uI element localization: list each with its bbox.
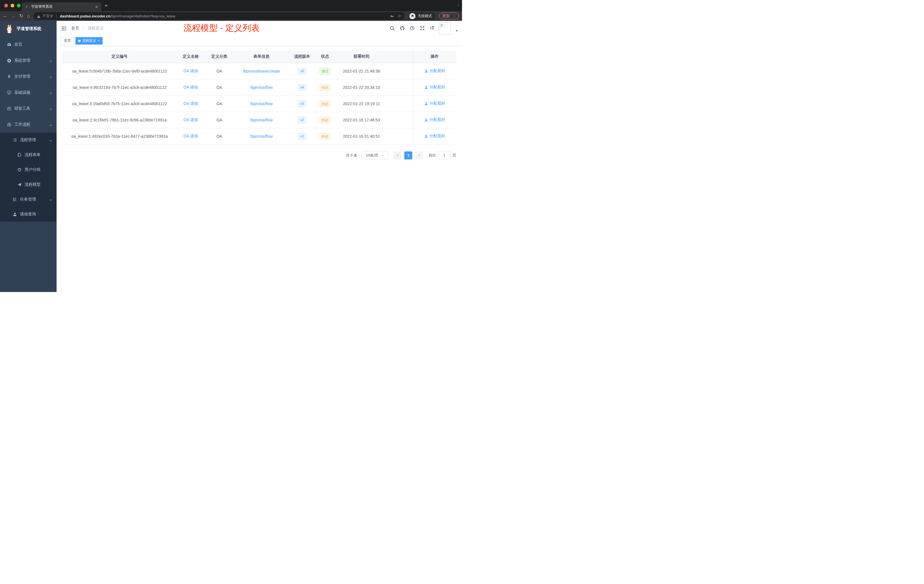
definition-id-cell: oa_leave:3:1fad3d93-7b75-11ec-a3c8-acde4… [62, 96, 177, 112]
form-info-link[interactable]: /bpm/oa/leave/create [243, 69, 280, 73]
definition-category-cell: OA [204, 128, 234, 144]
sidebar-item-label: 首页 [14, 42, 22, 47]
definition-name-link[interactable]: OA 请假 [183, 117, 198, 122]
user-icon [424, 118, 428, 122]
forward-icon[interactable]: → [11, 14, 16, 18]
back-icon[interactable]: ← [3, 14, 7, 18]
sidebar-item-infrastructure[interactable]: 基础设施 [0, 84, 56, 101]
sidebar-item-home[interactable]: 首页 [0, 36, 56, 53]
sidebar-item-devtools[interactable]: 研发工具 [0, 101, 56, 117]
form-info-cell: /bpm/oa/flow [234, 112, 289, 128]
definition-name-link[interactable]: OA 请假 [183, 101, 198, 106]
sidebar: 芋道管理系统 首页系统管理支付管理基础设施研发工具工作流程流程管理流程表单用户分… [0, 21, 56, 292]
deployed-at-cell: 2022-01-16 17:46:53 [334, 112, 389, 128]
chevron-up-icon [49, 139, 52, 142]
page-size-select[interactable]: 10条/页 [361, 152, 388, 159]
paper-plane-icon [17, 182, 22, 187]
chevron-down-icon [49, 59, 52, 62]
definition-name-link[interactable]: OA 请假 [183, 85, 198, 89]
navbar-actions: TT ▾ [390, 22, 457, 34]
tree-icon [12, 197, 17, 202]
breadcrumb-current: 流程定义 [88, 26, 104, 30]
chevron-right-icon [418, 154, 421, 157]
window-caret-icon[interactable]: ⌄ [457, 3, 460, 7]
tag-home[interactable]: 首页 [61, 37, 74, 45]
definition-id-cell: oa_leave:5:004b710b-7b8a-11ec-8ef0-acde4… [62, 63, 177, 79]
bookmark-star-icon[interactable]: ☆ [398, 13, 401, 18]
home-icon[interactable]: ⌂ [27, 14, 30, 18]
user-avatar[interactable] [439, 22, 451, 34]
sidebar-item-process-form[interactable]: 流程表单 [0, 147, 56, 162]
assign-rule-link[interactable]: 分配规则 [424, 134, 445, 139]
status-badge: 挂起 [319, 117, 331, 124]
sidebar-collapse-icon[interactable] [61, 26, 66, 31]
help-icon[interactable] [410, 26, 415, 31]
chevron-down-icon [49, 91, 52, 94]
address-bar[interactable]: 不安全 dashboard.yudao.iocoder.cn/bpm/manag… [33, 12, 405, 20]
sidebar-item-label: 基础设施 [14, 90, 30, 95]
assign-rule-link[interactable]: 分配规则 [424, 84, 445, 90]
search-icon[interactable] [390, 26, 395, 31]
sidebar-item-label: 流程管理 [20, 137, 36, 143]
definition-name-link[interactable]: OA 请假 [183, 134, 198, 138]
assign-rule-link[interactable]: 分配规则 [424, 117, 445, 122]
action-cell: 分配规则 [413, 112, 456, 128]
user-icon [424, 102, 428, 106]
page-title-annotation: 流程模型 - 定义列表 [183, 22, 260, 34]
tag-close-icon[interactable]: × [98, 39, 100, 43]
form-info-link[interactable]: /bpm/oa/flow [250, 118, 272, 122]
maximize-window-button[interactable] [17, 4, 21, 7]
sidebar-item-process-manage[interactable]: 流程管理 [0, 133, 56, 147]
form-info-link[interactable]: /bpm/oa/flow [250, 85, 272, 90]
definition-id-cell: oa_leave:2:3c1f0ef1-76b1-11ec-9c66-a2380… [62, 112, 177, 128]
sidebar-item-leave-query[interactable]: 请假查询 [0, 207, 56, 222]
action-cell: 分配规则 [413, 96, 456, 112]
github-icon[interactable] [400, 26, 405, 31]
new-tab-button[interactable]: + [105, 3, 108, 9]
browser-update-button[interactable]: 更新 ⋮ [439, 13, 459, 20]
goto-page-input[interactable] [438, 152, 450, 159]
definition-name-link[interactable]: OA 请假 [183, 69, 198, 73]
page-number-1[interactable]: 1 [404, 152, 412, 159]
browser-tab[interactable]: 芋道管理系统 × [21, 2, 101, 11]
list-icon [12, 138, 17, 143]
chevron-left-icon [396, 154, 399, 157]
version-badge: v5 [298, 68, 306, 74]
sidebar-item-system[interactable]: 系统管理 [0, 53, 56, 69]
tag-process-definition[interactable]: 流程定义 × [76, 37, 102, 45]
filler-cell [389, 96, 413, 112]
table-row: oa_leave:3:1fad3d93-7b75-11ec-a3c8-acde4… [62, 96, 456, 112]
sidebar-item-task-manage[interactable]: 任务管理 [0, 192, 56, 207]
action-cell: 分配规则 [413, 63, 456, 79]
key-icon[interactable] [390, 14, 394, 18]
assign-rule-link[interactable]: 分配规则 [424, 101, 445, 106]
filler-cell [389, 79, 413, 96]
close-window-button[interactable] [4, 4, 8, 7]
sidebar-item-payment[interactable]: 支付管理 [0, 69, 56, 84]
app-logo: 芋道管理系统 [0, 21, 56, 36]
tab-close-icon[interactable]: × [94, 4, 98, 9]
sidebar-item-label: 研发工具 [14, 106, 30, 111]
assign-rule-link[interactable]: 分配规则 [424, 68, 445, 73]
definition-category-cell: OA [204, 63, 234, 79]
tab-title: 芋道管理系统 [31, 4, 94, 9]
sidebar-item-user-group[interactable]: 用户分组 [0, 162, 56, 177]
status-cell: 挂起 [316, 128, 334, 144]
font-size-icon[interactable]: TT [430, 25, 434, 31]
sidebar-item-workflow[interactable]: 工作流程 [0, 117, 56, 133]
reload-icon[interactable]: ↻ [20, 14, 23, 18]
avatar-caret-icon[interactable]: ▾ [456, 29, 457, 33]
next-page-button[interactable] [415, 152, 423, 159]
deployed-at-cell: 2022-01-22 19:19:11 [334, 96, 389, 112]
minimize-window-button[interactable] [11, 4, 14, 7]
fullscreen-icon[interactable] [420, 26, 425, 31]
sidebar-item-process-model[interactable]: 流程模型 [0, 177, 56, 192]
form-info-link[interactable]: /bpm/oa/flow [250, 101, 272, 106]
prev-page-button[interactable] [393, 152, 401, 159]
app-title: 芋道管理系统 [16, 26, 41, 31]
sidebar-item-label: 支付管理 [14, 74, 30, 79]
definition-category-cell: OA [204, 112, 234, 128]
browser-menu-icon[interactable]: ⋮ [452, 14, 456, 18]
form-info-link[interactable]: /bpm/oa/flow [250, 134, 272, 139]
breadcrumb-home[interactable]: 首页 [71, 26, 79, 30]
